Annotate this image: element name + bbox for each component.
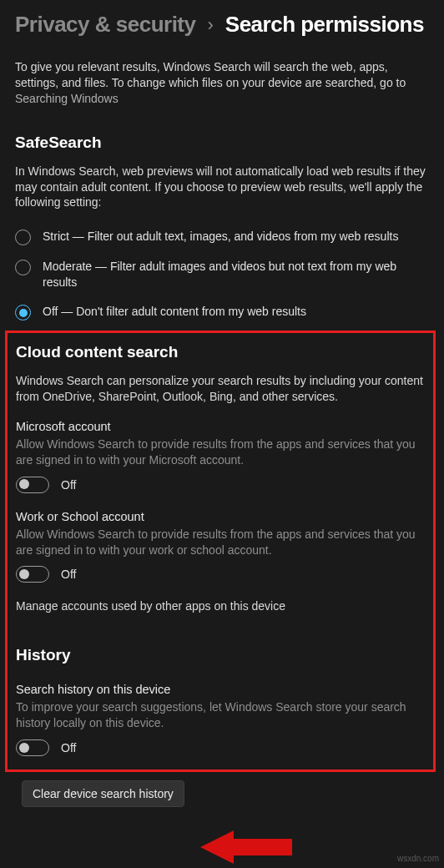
history-state: Off bbox=[61, 741, 76, 754]
page-title: Search permissions bbox=[225, 12, 424, 38]
cloud-heading: Cloud content search bbox=[16, 343, 426, 361]
radio-label-moderate: Moderate — Filter adult images and video… bbox=[43, 259, 406, 290]
safesearch-heading: SafeSearch bbox=[15, 134, 431, 152]
ms-account-desc: Allow Windows Search to provide results … bbox=[16, 437, 426, 468]
radio-strict[interactable]: Strict — Filter out adult text, images, … bbox=[15, 229, 431, 245]
breadcrumb: Privacy & security › Search permissions bbox=[15, 12, 431, 38]
history-desc: To improve your search suggestions, let … bbox=[16, 699, 426, 731]
work-account-toggle-row: Off bbox=[16, 566, 426, 583]
clear-history-button[interactable]: Clear device search history bbox=[22, 780, 184, 807]
breadcrumb-back[interactable]: Privacy & security bbox=[15, 12, 195, 38]
radio-icon bbox=[15, 230, 31, 245]
radio-icon bbox=[15, 260, 31, 275]
chevron-right-icon: › bbox=[207, 14, 213, 36]
svg-marker-0 bbox=[200, 830, 292, 864]
watermark: wsxdn.com bbox=[397, 854, 439, 863]
work-account-desc: Allow Windows Search to provide results … bbox=[16, 527, 426, 558]
ms-account-toggle[interactable] bbox=[16, 477, 49, 493]
radio-label-strict: Strict — Filter out adult text, images, … bbox=[43, 229, 398, 245]
intro-text: To give you relevant results, Windows Se… bbox=[15, 59, 431, 107]
radio-moderate[interactable]: Moderate — Filter adult images and video… bbox=[15, 259, 431, 290]
ms-account-head: Microsoft account bbox=[16, 420, 426, 433]
intro-body: To give you relevant results, Windows Se… bbox=[15, 60, 406, 89]
work-account-head: Work or School account bbox=[16, 510, 426, 523]
history-toggle-row: Off bbox=[16, 739, 426, 756]
highlight-box: Cloud content search Windows Search can … bbox=[5, 331, 436, 772]
work-account-state: Off bbox=[61, 568, 76, 581]
manage-accounts-link[interactable]: Manage accounts used by other apps on th… bbox=[16, 599, 426, 613]
searching-windows-link[interactable]: Searching Windows bbox=[15, 92, 119, 105]
history-sub: Search history on this device bbox=[16, 683, 426, 696]
radio-icon-selected bbox=[15, 305, 31, 320]
ms-account-toggle-row: Off bbox=[16, 477, 426, 493]
history-heading: History bbox=[16, 646, 426, 664]
radio-label-off: Off — Don't filter adult content from my… bbox=[43, 304, 306, 320]
red-arrow-annotation bbox=[200, 828, 292, 866]
ms-account-state: Off bbox=[61, 478, 76, 492]
cloud-desc: Windows Search can personalize your sear… bbox=[16, 373, 426, 405]
history-toggle[interactable] bbox=[16, 739, 49, 756]
safesearch-desc: In Windows Search, web previews will not… bbox=[15, 164, 431, 211]
work-account-toggle[interactable] bbox=[16, 566, 49, 583]
radio-off[interactable]: Off — Don't filter adult content from my… bbox=[15, 304, 431, 320]
